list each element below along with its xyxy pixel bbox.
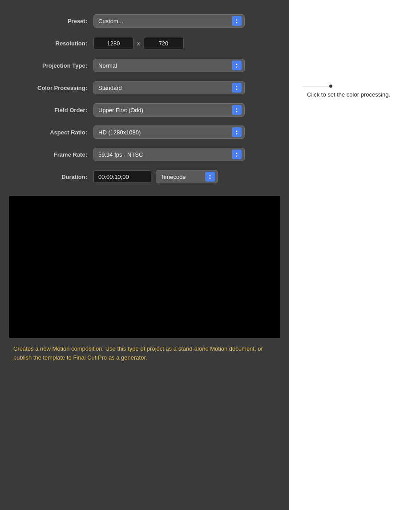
frame-rate-label: Frame Rate: bbox=[9, 151, 93, 158]
frame-rate-value: 59.94 fps - NTSC bbox=[98, 151, 232, 158]
callout-text: Click to set the color processing. bbox=[307, 90, 409, 99]
field-order-value: Upper First (Odd) bbox=[98, 107, 232, 113]
resolution-separator: x bbox=[137, 40, 140, 47]
frame-rate-stepper[interactable] bbox=[232, 150, 242, 159]
field-order-stepper[interactable] bbox=[232, 105, 242, 115]
callout-line bbox=[303, 86, 329, 86]
duration-control: Timecode bbox=[93, 170, 280, 183]
duration-row: Duration: Timecode bbox=[9, 169, 280, 184]
projection-type-chevron-icon bbox=[235, 63, 238, 69]
projection-type-label: Projection Type: bbox=[9, 62, 93, 69]
preset-dropdown[interactable]: Custom... bbox=[93, 14, 245, 28]
projection-type-row: Projection Type: Normal bbox=[9, 58, 280, 73]
duration-inputs: Timecode bbox=[93, 170, 280, 183]
resolution-inputs: x bbox=[93, 37, 280, 49]
preset-label: Preset: bbox=[9, 18, 93, 24]
preset-control: Custom... bbox=[93, 14, 280, 28]
field-order-label: Field Order: bbox=[9, 107, 93, 113]
aspect-ratio-chevron-icon bbox=[235, 130, 238, 135]
timecode-value: Timecode bbox=[161, 174, 205, 180]
color-processing-dropdown[interactable]: Standard bbox=[93, 81, 245, 94]
frame-rate-chevron-icon bbox=[235, 152, 238, 158]
preset-stepper[interactable] bbox=[232, 16, 242, 26]
frame-rate-row: Frame Rate: 59.94 fps - NTSC bbox=[9, 147, 280, 162]
callout-connector bbox=[303, 85, 411, 88]
timecode-stepper[interactable] bbox=[205, 172, 215, 182]
aspect-ratio-value: HD (1280x1080) bbox=[98, 129, 232, 136]
duration-label: Duration: bbox=[9, 174, 93, 180]
resolution-width-input[interactable] bbox=[93, 37, 133, 49]
color-processing-chevron-icon bbox=[235, 85, 238, 91]
color-processing-value: Standard bbox=[98, 85, 232, 91]
projection-type-control: Normal bbox=[93, 59, 280, 72]
field-order-row: Field Order: Upper First (Odd) bbox=[9, 102, 280, 117]
projection-type-dropdown[interactable]: Normal bbox=[93, 59, 245, 72]
resolution-label: Resolution: bbox=[9, 40, 93, 47]
aspect-ratio-stepper[interactable] bbox=[232, 127, 242, 137]
preset-chevron-icon bbox=[235, 18, 238, 24]
color-processing-row: Color Processing: Standard bbox=[9, 80, 280, 95]
field-order-chevron-icon bbox=[235, 107, 238, 113]
form-section: Preset: Custom... Resolution: x bbox=[9, 13, 280, 184]
aspect-ratio-label: Aspect Ratio: bbox=[9, 129, 93, 136]
projection-type-value: Normal bbox=[98, 62, 232, 69]
color-processing-stepper[interactable] bbox=[232, 83, 242, 93]
resolution-control: x bbox=[93, 37, 280, 49]
resolution-row: Resolution: x bbox=[9, 36, 280, 51]
color-processing-control: Standard bbox=[93, 81, 280, 94]
right-panel: Click to set the color processing. bbox=[289, 0, 420, 510]
aspect-ratio-row: Aspect Ratio: HD (1280x1080) bbox=[9, 125, 280, 140]
preset-row: Preset: Custom... bbox=[9, 13, 280, 28]
frame-rate-control: 59.94 fps - NTSC bbox=[93, 148, 280, 161]
projection-type-stepper[interactable] bbox=[232, 61, 242, 70]
aspect-ratio-control: HD (1280x1080) bbox=[93, 125, 280, 139]
aspect-ratio-dropdown[interactable]: HD (1280x1080) bbox=[93, 125, 245, 139]
timecode-dropdown[interactable]: Timecode bbox=[156, 170, 218, 183]
color-processing-label: Color Processing: bbox=[9, 85, 93, 91]
callout-dot bbox=[329, 85, 332, 88]
frame-rate-dropdown[interactable]: 59.94 fps - NTSC bbox=[93, 148, 245, 161]
field-order-dropdown[interactable]: Upper First (Odd) bbox=[93, 103, 245, 117]
preview-canvas bbox=[9, 196, 280, 338]
duration-value-input[interactable] bbox=[93, 170, 151, 183]
field-order-control: Upper First (Odd) bbox=[93, 103, 280, 117]
resolution-height-input[interactable] bbox=[144, 37, 184, 49]
description-text: Creates a new Motion composition. Use th… bbox=[9, 344, 280, 362]
settings-panel: Preset: Custom... Resolution: x bbox=[0, 0, 289, 510]
timecode-chevron-icon bbox=[209, 174, 211, 180]
preset-value: Custom... bbox=[98, 18, 232, 24]
